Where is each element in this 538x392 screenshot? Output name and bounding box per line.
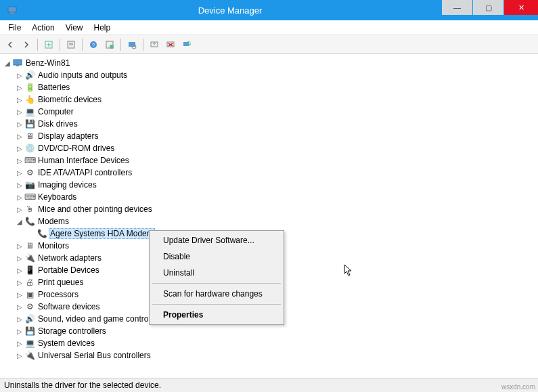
context-item[interactable]: Disable bbox=[151, 248, 282, 265]
svg-rect-1 bbox=[11, 12, 14, 14]
tree-category[interactable]: ▷💻System devices bbox=[0, 337, 538, 349]
expand-icon[interactable]: ▷ bbox=[15, 302, 24, 311]
device-icon: 🖥 bbox=[24, 131, 35, 141]
tree-category[interactable]: ▷💻Computer bbox=[0, 106, 538, 118]
help-button[interactable]: ? bbox=[86, 37, 101, 52]
device-icon: 🔌 bbox=[24, 350, 35, 361]
tree-root[interactable]: ◢ Benz-Win81 bbox=[0, 57, 538, 69]
node-label: DVD/CD-ROM drives bbox=[37, 144, 116, 153]
tree-category[interactable]: ▷📷Imaging devices bbox=[0, 179, 538, 191]
expand-icon[interactable]: ▷ bbox=[15, 119, 24, 129]
expand-icon[interactable]: ◢ bbox=[15, 217, 24, 226]
node-label: Print queues bbox=[37, 278, 85, 287]
context-separator bbox=[152, 304, 281, 305]
expand-icon[interactable]: ▷ bbox=[15, 131, 24, 141]
device-icon: 🔊 bbox=[24, 313, 35, 324]
toolbar-separator bbox=[60, 39, 60, 51]
tree-category[interactable]: ▷⚙IDE ATA/ATAPI controllers bbox=[0, 167, 538, 179]
node-label: System devices bbox=[37, 339, 96, 348]
expand-icon[interactable]: ▷ bbox=[15, 95, 24, 104]
expand-icon[interactable]: ▷ bbox=[15, 168, 24, 177]
tree-category[interactable]: ▷🔌Universal Serial Bus controllers bbox=[0, 349, 538, 362]
scan-button[interactable] bbox=[125, 37, 139, 52]
context-item[interactable]: Update Driver Software... bbox=[151, 232, 282, 248]
node-label: Monitors bbox=[37, 241, 70, 251]
context-menu: Update Driver Software...DisableUninstal… bbox=[149, 230, 284, 325]
expand-icon[interactable]: ▷ bbox=[15, 339, 24, 348]
menu-file[interactable]: File bbox=[3, 22, 26, 34]
forward-button[interactable] bbox=[19, 37, 34, 52]
expand-icon[interactable]: ▷ bbox=[15, 253, 24, 263]
device-icon: 🖥 bbox=[24, 240, 35, 251]
expand-icon[interactable]: ▷ bbox=[15, 278, 24, 287]
expand-icon[interactable]: ▷ bbox=[15, 192, 24, 202]
tree-category[interactable]: ▷💾Disk drives bbox=[0, 118, 538, 130]
context-item[interactable]: Properties bbox=[151, 307, 282, 323]
tree-category[interactable]: ▷💾Storage controllers bbox=[0, 325, 538, 337]
menu-view[interactable]: View bbox=[60, 22, 89, 34]
node-label: Computer bbox=[37, 107, 75, 116]
svg-text:?: ? bbox=[92, 42, 95, 48]
tree-category[interactable]: ▷💿DVD/CD-ROM drives bbox=[0, 142, 538, 154]
maximize-button[interactable]: ▢ bbox=[473, 0, 503, 15]
device-icon: 💿 bbox=[24, 143, 35, 154]
device-icon: 🔊 bbox=[24, 70, 35, 81]
device-icon: 💾 bbox=[24, 118, 35, 129]
node-label: Mice and other pointing devices bbox=[37, 204, 154, 214]
tree-category[interactable]: ◢📞Modems bbox=[0, 215, 538, 227]
expand-icon[interactable]: ◢ bbox=[3, 58, 12, 68]
node-label: Storage controllers bbox=[37, 326, 108, 336]
node-label: Processors bbox=[37, 290, 80, 299]
node-label: Software devices bbox=[37, 302, 101, 311]
expand-icon[interactable]: ▷ bbox=[15, 265, 24, 275]
expand-icon[interactable]: ▷ bbox=[15, 351, 24, 360]
tree-category[interactable]: ▷🔋Batteries bbox=[0, 81, 538, 93]
tree-category[interactable]: ▷⌨Keyboards bbox=[0, 191, 538, 203]
node-label: Benz-Win81 bbox=[24, 58, 71, 68]
context-item[interactable]: Uninstall bbox=[151, 265, 282, 281]
svg-rect-21 bbox=[16, 65, 19, 66]
update-driver-button[interactable] bbox=[147, 37, 162, 52]
expand-icon[interactable]: ▷ bbox=[15, 326, 24, 336]
context-item[interactable]: Scan for hardware changes bbox=[151, 286, 282, 302]
expand-icon[interactable]: ▷ bbox=[15, 314, 24, 324]
toolbar-separator bbox=[120, 39, 121, 51]
expand-icon[interactable]: ▷ bbox=[15, 156, 24, 165]
device-tree[interactable]: ◢ Benz-Win81 ▷🔊Audio inputs and outputs▷… bbox=[0, 54, 538, 378]
properties-button[interactable] bbox=[64, 37, 79, 52]
show-hidden-button[interactable] bbox=[41, 37, 56, 52]
device-icon: ⌨ bbox=[24, 155, 35, 166]
toolbar-separator bbox=[37, 39, 38, 51]
node-label: Universal Serial Bus controllers bbox=[37, 351, 152, 360]
expand-icon[interactable]: ▷ bbox=[15, 144, 24, 153]
svg-rect-20 bbox=[14, 60, 22, 65]
expand-icon[interactable]: ▷ bbox=[15, 70, 24, 80]
expand-icon[interactable]: ▷ bbox=[15, 107, 24, 116]
tree-category[interactable]: ▷⌨Human Interface Devices bbox=[0, 154, 538, 167]
scan-hardware-button[interactable] bbox=[179, 37, 194, 52]
menu-help[interactable]: Help bbox=[89, 22, 116, 34]
node-label: Imaging devices bbox=[37, 180, 98, 190]
expand-icon[interactable]: ▷ bbox=[15, 180, 24, 190]
minimize-button[interactable]: — bbox=[442, 0, 472, 15]
expand-icon[interactable]: ▷ bbox=[15, 241, 24, 251]
back-button[interactable] bbox=[3, 37, 18, 52]
expand-icon[interactable]: ▷ bbox=[15, 204, 24, 214]
node-label: Display adapters bbox=[37, 131, 99, 141]
device-icon: ▣ bbox=[24, 289, 35, 300]
menu-action[interactable]: Action bbox=[26, 22, 60, 34]
device-icon: 💾 bbox=[24, 326, 35, 336]
toolbar-separator bbox=[143, 39, 143, 51]
update-button[interactable] bbox=[102, 37, 117, 52]
tree-category[interactable]: ▷🖥Display adapters bbox=[0, 130, 538, 142]
device-icon: 💻 bbox=[24, 106, 35, 117]
expand-icon[interactable]: ▷ bbox=[15, 83, 24, 92]
uninstall-button[interactable] bbox=[163, 37, 178, 52]
svg-rect-2 bbox=[9, 14, 15, 14]
close-button[interactable]: ✕ bbox=[504, 0, 538, 15]
tree-category[interactable]: ▷🔊Audio inputs and outputs bbox=[0, 69, 538, 81]
tree-category[interactable]: ▷👆Biometric devices bbox=[0, 93, 538, 106]
expand-icon[interactable]: ▷ bbox=[15, 290, 24, 299]
tree-category[interactable]: ▷🖱Mice and other pointing devices bbox=[0, 203, 538, 215]
node-label: Agere Systems HDA Modem bbox=[49, 228, 155, 239]
